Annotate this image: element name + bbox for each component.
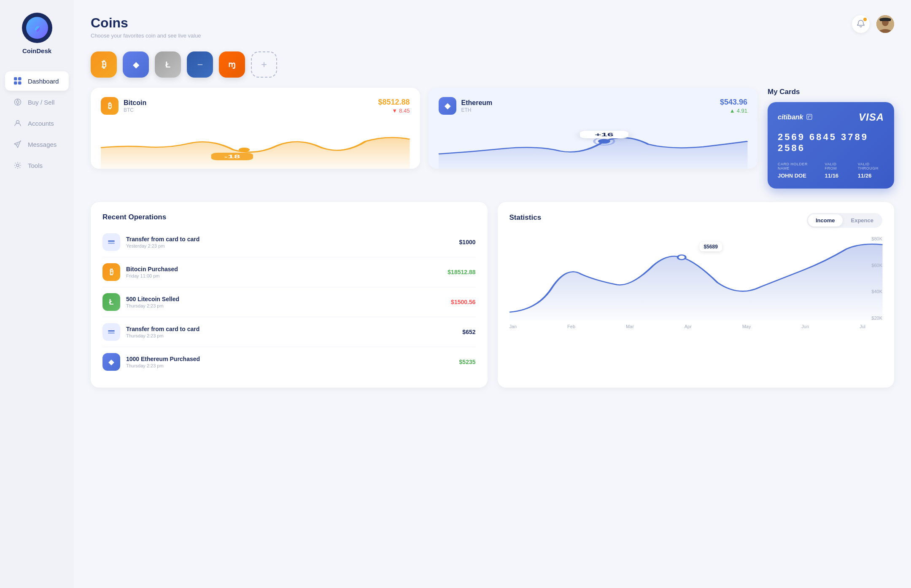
sidebar-item-label-tools: Tools: [28, 162, 43, 169]
tag-icon: [13, 98, 22, 106]
stats-header: Statistics Income Expence: [509, 213, 883, 228]
svg-point-16: [239, 148, 250, 152]
svg-rect-28: [108, 330, 115, 332]
expense-toggle[interactable]: Expence: [844, 214, 881, 227]
stats-tooltip: $5689: [699, 242, 722, 251]
card-valid-through-field: VALID THROUGH 11/26: [858, 162, 884, 179]
op-text-5: 1000 Ethereum Purchased Thursday 2:23 pm: [126, 356, 200, 368]
op-item-5: ◆ 1000 Ethereum Purchased Thursday 2:23 …: [102, 347, 476, 377]
y-label-20k: $20K: [871, 316, 882, 321]
y-label-80k: $80K: [871, 236, 882, 241]
x-label-jun: Jun: [801, 324, 809, 329]
op-icon-eth-5: ◆: [102, 353, 120, 371]
sidebar-item-label-messages: Messages: [28, 141, 57, 148]
ethereum-card: ◆ Ethereum ETH $543.96 ▲ 4.91: [429, 88, 758, 169]
x-axis: Jan Feb Mar Apr May Jun Jul: [509, 324, 883, 329]
bitcoin-icon: ₿: [101, 97, 119, 115]
ethereum-chart: +16: [439, 118, 748, 169]
svg-point-19: [598, 139, 610, 144]
card-valid-from-value: 11/16: [825, 173, 839, 179]
ethereum-name-group: Ethereum ETH: [461, 99, 493, 113]
op-time-5: Thursday 2:23 pm: [126, 363, 200, 368]
ethereum-card-header: ◆ Ethereum ETH $543.96 ▲ 4.91: [439, 97, 748, 115]
svg-point-11: [16, 164, 19, 167]
op-item-2: ₿ Bitocin Purchased Friday 11:00 pm $185…: [102, 257, 476, 287]
bitcoin-price-group: $8512.88 ▼ 8.45: [378, 98, 410, 114]
coin-tab-btc[interactable]: ₿: [91, 51, 117, 78]
x-label-may: May: [742, 324, 751, 329]
ethereum-icon: ◆: [439, 97, 456, 115]
credit-card: citibank VISA 2569 6845 3789 2586 CARD H…: [768, 102, 894, 189]
op-text-1: Transfer from card to card Yesterday 2:2…: [126, 236, 199, 248]
coin-tab-eth[interactable]: ◆: [123, 51, 149, 78]
op-left-2: ₿ Bitocin Purchased Friday 11:00 pm: [102, 263, 178, 281]
card-valid-through-label: VALID THROUGH: [858, 162, 884, 170]
recent-ops-title: Recent Operations: [102, 213, 476, 221]
sidebar-item-dashboard[interactable]: Dashboard: [5, 71, 69, 91]
ethereum-info: ◆ Ethereum ETH: [439, 97, 493, 115]
card-valid-from-field: VALID FROM 11/16: [825, 162, 844, 179]
op-icon-transfer-4: [102, 323, 120, 341]
svg-rect-1: [14, 77, 17, 81]
eth-icon: ◆: [133, 59, 139, 70]
card-holder-value: JOHN DOE: [778, 173, 806, 179]
op-title-3: 500 Litecoin Selled: [126, 296, 179, 302]
user-avatar[interactable]: [876, 15, 894, 33]
sidebar-item-tools[interactable]: Tools: [5, 156, 69, 175]
sidebar: CoinDesk Dashboard: [0, 0, 74, 588]
card-top: citibank VISA: [778, 111, 884, 123]
y-label-60k: $60K: [871, 263, 882, 268]
stats-svg: [509, 236, 883, 321]
op-icon-ltc-3: Ł: [102, 293, 120, 311]
svg-rect-25: [108, 240, 115, 242]
svg-rect-23: [807, 114, 812, 119]
main-content: Coins Choose your favorites coin and see…: [74, 0, 911, 588]
statistics-section: Statistics Income Expence $5689: [498, 202, 895, 388]
notification-badge: [863, 18, 867, 21]
app-name: CoinDesk: [22, 47, 51, 54]
card-holder-field: CARD HOLDER NAME JOHN DOE: [778, 162, 811, 179]
svg-point-15: [879, 18, 891, 21]
up-arrow: ▲: [730, 108, 735, 114]
my-cards-section: My Cards citibank VISA 2569 6845 3789 25…: [768, 88, 894, 189]
svg-text:-18: -18: [224, 154, 240, 159]
op-icon-transfer-1: [102, 233, 120, 251]
op-item-1: Transfer from card to card Yesterday 2:2…: [102, 227, 476, 257]
op-amount-4: $652: [462, 329, 475, 335]
notification-button[interactable]: [852, 15, 870, 33]
tooltip-value: $5689: [703, 244, 717, 250]
svg-rect-26: [108, 243, 115, 244]
op-time-2: Friday 11:00 pm: [126, 273, 178, 278]
sidebar-item-label-accounts: Accounts: [28, 120, 54, 127]
op-left-4: Transfer from card to card Thursday 2:23…: [102, 323, 199, 341]
page-title: Coins: [91, 15, 201, 31]
logo-container: CoinDesk: [22, 13, 52, 54]
bitcoin-chart: -18: [101, 118, 410, 169]
income-toggle[interactable]: Income: [808, 214, 843, 227]
sidebar-item-accounts[interactable]: Accounts: [5, 113, 69, 133]
statistics-chart: $5689 $80K $60K: [509, 236, 883, 321]
sidebar-item-messages[interactable]: Messages: [5, 135, 69, 154]
coin-tab-ltc[interactable]: Ł: [155, 51, 181, 78]
op-title-5: 1000 Ethereum Purchased: [126, 356, 200, 362]
svg-text:+16: +16: [595, 132, 613, 137]
card-number: 2569 6845 3789 2586: [778, 132, 884, 154]
card-holder-label: CARD HOLDER NAME: [778, 162, 811, 170]
bitcoin-price: $8512.88: [378, 98, 410, 107]
ethereum-symbol: ETH: [461, 107, 493, 113]
plus-icon: +: [261, 59, 267, 70]
op-title-4: Transfer from card to card: [126, 326, 199, 332]
ethereum-change: ▲ 4.91: [720, 108, 747, 114]
op-title-1: Transfer from card to card: [126, 236, 199, 243]
svg-rect-27: [107, 327, 116, 337]
stats-toggle-group: Income Expence: [807, 213, 882, 228]
citibank-logo: citibank: [778, 113, 803, 121]
sidebar-item-buy-sell[interactable]: Buy / Sell: [5, 92, 69, 112]
svg-rect-29: [108, 332, 115, 334]
sidebar-item-label-buysell: Buy / Sell: [28, 99, 54, 106]
y-axis: $80K $60K $40K $20K: [871, 236, 882, 321]
add-coin-tab[interactable]: +: [251, 51, 277, 78]
op-time-3: Thursday 2:23 pm: [126, 303, 179, 308]
coin-tab-dash[interactable]: ─: [187, 51, 213, 78]
coin-tab-xmr[interactable]: ɱ: [219, 51, 245, 78]
